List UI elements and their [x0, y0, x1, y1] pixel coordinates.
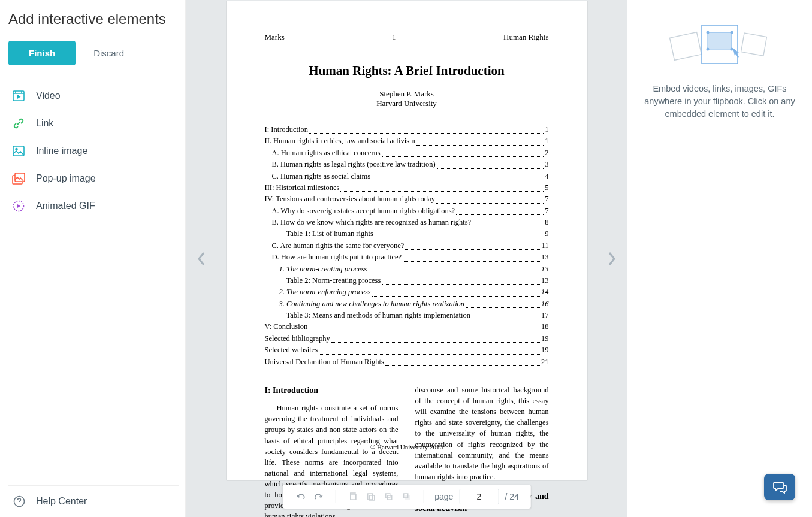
menu-link[interactable]: Link: [8, 110, 179, 137]
toc-entry-label: I: Introduction: [265, 124, 309, 135]
toc-leader-dots: [416, 135, 544, 145]
section-heading: I: Introduction: [265, 385, 399, 397]
menu-inline-image[interactable]: Inline image: [8, 137, 179, 165]
toc-leader-dots: [382, 275, 540, 285]
toc-row: Universal Declaration of Human Rights21: [265, 356, 549, 368]
redo-button[interactable]: [311, 489, 325, 504]
toc-entry-label: Table 1: List of human rights: [286, 228, 373, 240]
toc-leader-dots: [403, 252, 540, 261]
toc-leader-dots: [319, 344, 540, 354]
toc-leader-dots: [340, 182, 544, 192]
toc-entry-page: 1: [545, 124, 548, 135]
toc-row: 3. Continuing and new challenges to huma…: [265, 298, 549, 310]
toc-leader-dots: [472, 310, 540, 319]
page-label: page: [434, 492, 453, 501]
toc-leader-dots: [331, 333, 540, 343]
toc-entry-page: 3: [545, 159, 548, 170]
svg-rect-6: [350, 494, 355, 500]
toc-entry-label: C. Are human rights the same for everyon…: [272, 240, 405, 252]
toc-row: II. Human rights in ethics, law and soci…: [265, 135, 549, 147]
left-panel: Add interactive elements Finish Discard …: [0, 0, 186, 517]
toc-row: D. How are human rights put into practic…: [265, 252, 549, 263]
header-center: 1: [392, 32, 396, 42]
toc-entry-page: 21: [541, 356, 549, 368]
toc-entry-label: II. Human rights in ethics, law and soci…: [265, 135, 415, 147]
page-running-header: Marks 1 Human Rights: [265, 32, 549, 42]
toc-entry-page: 16: [541, 298, 549, 310]
chat-button[interactable]: [764, 474, 795, 500]
toc-entry-label: C. Human rights as social claims: [272, 171, 371, 182]
page-total: / 24: [505, 492, 518, 501]
menu-animated-gif[interactable]: Animated GIF: [8, 192, 179, 220]
document-affiliation: Harvard University: [265, 99, 549, 108]
action-buttons: Finish Discard: [8, 41, 179, 65]
toc-row: III: Historical milestones5: [265, 182, 549, 194]
menu-video[interactable]: Video: [8, 82, 179, 110]
toc-entry-page: 14: [541, 286, 549, 298]
toc-entry-label: A. Human rights as ethical concerns: [272, 147, 381, 159]
toc-leader-dots: [368, 264, 540, 273]
copy-button[interactable]: [345, 489, 360, 504]
toc-entry-page: 7: [545, 205, 548, 217]
document-author: Stephen P. Marks: [265, 89, 549, 99]
toc-row: A. Why do sovereign states accept human …: [265, 205, 549, 217]
help-center-link[interactable]: Help Center: [8, 485, 179, 517]
svg-point-18: [731, 31, 733, 34]
header-right: Human Rights: [503, 32, 548, 42]
next-page-button[interactable]: [603, 244, 620, 273]
menu-label: Pop-up image: [36, 173, 96, 184]
toc-entry-page: 11: [541, 240, 548, 252]
question-icon: [13, 495, 25, 507]
toc-row: C. Human rights as social claims4: [265, 171, 549, 182]
toc-entry-page: 5: [545, 182, 548, 194]
toc-entry-page: 19: [541, 344, 549, 356]
svg-point-19: [707, 48, 710, 51]
toc-row: 2. The norm-enforcing process14: [265, 286, 549, 298]
toc-leader-dots: [372, 171, 544, 180]
toc-row: Table 2: Norm-creating process13: [265, 275, 549, 286]
toc-entry-page: 17: [541, 310, 549, 321]
menu-label: Animated GIF: [36, 201, 95, 211]
delete-button[interactable]: [399, 489, 413, 504]
gif-icon: [12, 199, 25, 213]
toc-entry-page: 8: [545, 217, 548, 228]
help-label: Help Center: [36, 496, 87, 507]
video-icon: [12, 89, 25, 102]
svg-point-2: [16, 149, 17, 150]
toc-leader-dots: [382, 147, 544, 157]
toc-row: I: Introduction1: [265, 124, 549, 135]
toc-leader-dots: [309, 124, 544, 134]
prev-page-button[interactable]: [193, 244, 210, 273]
toc-leader-dots: [456, 205, 544, 215]
duplicate-button[interactable]: [381, 489, 396, 504]
menu-label: Link: [36, 118, 53, 129]
toc-entry-label: 3. Continuing and new challenges to huma…: [279, 298, 465, 310]
document-page[interactable]: Marks 1 Human Rights Human Rights: A Bri…: [227, 1, 587, 480]
toc-entry-label: III: Historical milestones: [265, 182, 340, 194]
toc-row: B. Human rights as legal rights (positiv…: [265, 159, 549, 170]
toc-entry-label: Table 2: Norm-creating process: [286, 275, 381, 286]
popup-image-icon: [12, 172, 25, 185]
toc-leader-dots: [372, 286, 540, 296]
toc-entry-label: 2. The norm-enforcing process: [279, 286, 371, 298]
page-number-input[interactable]: [459, 489, 499, 504]
toc-row: C. Are human rights the same for everyon…: [265, 240, 549, 252]
paste-button[interactable]: [363, 489, 378, 504]
finish-button[interactable]: Finish: [8, 41, 76, 65]
right-panel: Embed videos, links, images, GIFs anywhe…: [627, 0, 812, 517]
element-menu: Video Link Inline image Pop-up image Ani…: [8, 82, 179, 220]
toc-entry-page: 1: [545, 135, 548, 147]
svg-rect-12: [405, 495, 409, 500]
discard-button[interactable]: Discard: [86, 42, 131, 64]
toc-leader-dots: [405, 240, 540, 250]
svg-rect-13: [670, 32, 702, 61]
toc-entry-label: Table 3: Means and methods of human righ…: [286, 310, 470, 321]
undo-button[interactable]: [293, 489, 307, 504]
toc-row: V: Conclusion18: [265, 321, 549, 332]
embed-illustration: [666, 18, 774, 72]
svg-point-20: [731, 48, 733, 51]
svg-rect-16: [708, 32, 732, 49]
panel-title: Add interactive elements: [8, 11, 179, 28]
copyright-line: © Harvard University 2016: [227, 443, 587, 451]
menu-popup-image[interactable]: Pop-up image: [8, 165, 179, 192]
